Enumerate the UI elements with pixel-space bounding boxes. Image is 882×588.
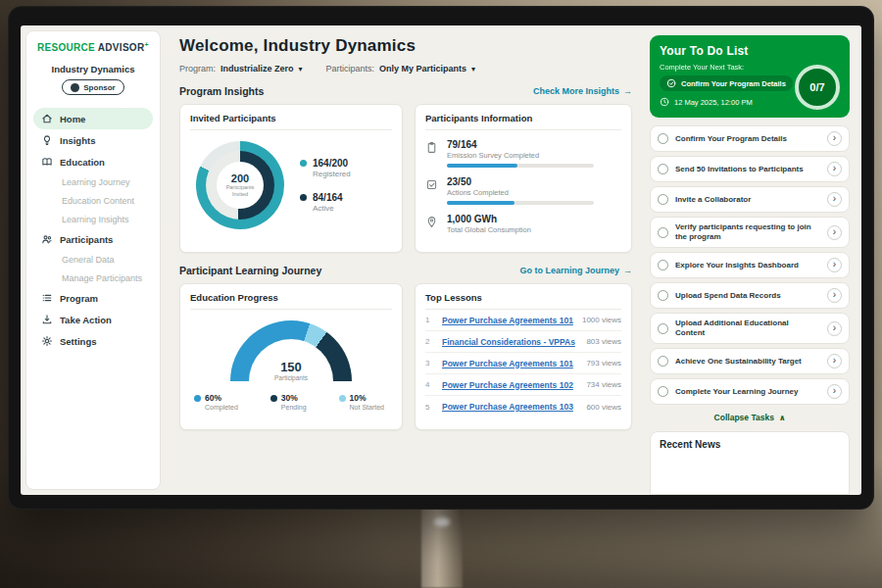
task-checkbox[interactable]	[658, 260, 668, 270]
sidebar-item-learning-journey[interactable]: Learning Journey	[33, 172, 153, 191]
recent-news-card: Recent News	[650, 431, 850, 495]
participants-select[interactable]: Participants: Only My Participants ▾	[326, 64, 476, 74]
education-progress-card: Education Progress 150 Participants 60%	[179, 283, 403, 430]
lightbulb-icon	[41, 134, 53, 146]
monitor-stand	[421, 504, 463, 588]
registered-value: 164/200	[313, 158, 351, 169]
chevron-right-icon[interactable]: ›	[827, 321, 842, 336]
sidebar-item-learning-insights[interactable]: Learning Insights	[33, 210, 153, 228]
chevron-right-icon[interactable]: ›	[827, 288, 842, 303]
lesson-link[interactable]: Power Purchase Agreements 101	[442, 316, 574, 325]
sponsor-badge[interactable]: Sponsor	[62, 79, 123, 95]
completed-value: 60%	[205, 393, 221, 403]
task-checkbox[interactable]	[658, 164, 668, 174]
completed-dot-icon	[194, 395, 201, 402]
invited-participants-body: 200 Participants Invited 164/200 Registe	[190, 130, 392, 229]
sidebar: RESOURCE ADVISOR+ Industry Dynamics Spon…	[25, 30, 161, 490]
donut-center: 200 Participants Invited	[217, 162, 264, 209]
task-invite-collaborator[interactable]: Invite a Collaborator ›	[650, 186, 850, 213]
gauge-value: 150	[230, 360, 352, 374]
task-checkbox[interactable]	[658, 323, 668, 334]
task-checkbox[interactable]	[658, 227, 668, 238]
sponsor-label: Sponsor	[83, 83, 115, 92]
sidebar-item-education[interactable]: Education	[33, 151, 153, 172]
logo-advisor: ADVISOR	[98, 42, 145, 53]
task-upload-spend-data[interactable]: Upload Spend Data Records ›	[650, 282, 850, 309]
task-complete-learning-journey[interactable]: Complete Your Learning Journey ›	[650, 378, 850, 405]
chevron-right-icon[interactable]: ›	[827, 225, 842, 240]
task-explore-insights[interactable]: Explore Your Insights Dashboard ›	[650, 252, 850, 278]
task-checkbox[interactable]	[658, 290, 668, 301]
org-name: Industry Dynamics	[33, 64, 153, 74]
sidebar-item-take-action[interactable]: Take Action	[33, 309, 153, 330]
program-select[interactable]: Program: Industrialize Zero ▾	[179, 64, 303, 74]
task-verify-participants[interactable]: Verify participants requesting to join t…	[650, 217, 850, 248]
program-insights-title: Program Insights	[179, 85, 264, 97]
sidebar-item-program[interactable]: Program	[33, 287, 153, 309]
chevron-right-icon[interactable]: ›	[827, 131, 842, 146]
collapse-tasks-label: Collapse Tasks	[714, 413, 774, 422]
task-achieve-sustainability-target[interactable]: Achieve One Sustainability Target ›	[650, 348, 850, 374]
sidebar-item-settings[interactable]: Settings	[33, 330, 153, 352]
chevron-right-icon[interactable]: ›	[827, 258, 842, 272]
check-more-insights-link[interactable]: Check More Insights →	[533, 86, 632, 96]
program-select-label: Program:	[179, 64, 216, 74]
sidebar-item-participants[interactable]: Participants	[33, 228, 153, 250]
invited-count: 200	[231, 172, 249, 184]
sidebar-item-manage-participants[interactable]: Manage Participants	[33, 269, 153, 287]
task-confirm-program-details[interactable]: Confirm Your Program Details ›	[650, 125, 850, 152]
sidebar-item-home[interactable]: Home	[33, 108, 153, 129]
sidebar-item-label: Insights	[60, 135, 95, 146]
lesson-link[interactable]: Financial Considerations - VPPAs	[442, 337, 578, 347]
next-task-pill[interactable]: Confirm Your Program Details	[660, 75, 793, 91]
active-dot-icon	[300, 194, 307, 201]
sidebar-nav: Home Insights Education Learning Journey	[33, 108, 153, 352]
lesson-views: 1000 views	[582, 316, 621, 324]
lesson-link[interactable]: Power Purchase Agreements 103	[442, 402, 578, 412]
program-insights-header: Program Insights Check More Insights →	[179, 85, 632, 97]
top-lessons-title: Top Lessons	[425, 292, 621, 310]
sidebar-item-general-data[interactable]: General Data	[33, 250, 153, 269]
task-list: Confirm Your Program Details › Send 50 I…	[650, 125, 850, 405]
stand-light	[434, 517, 450, 526]
consumption-label: Total Global Consumption	[447, 225, 531, 234]
actions-completed-progressbar	[447, 201, 594, 205]
chevron-right-icon[interactable]: ›	[827, 354, 842, 368]
sidebar-item-education-content[interactable]: Education Content	[33, 191, 153, 210]
not-started-value: 10%	[350, 393, 367, 403]
go-to-learning-journey-link[interactable]: Go to Learning Journey →	[519, 266, 632, 275]
task-checkbox[interactable]	[658, 133, 668, 144]
sidebar-item-label: Education	[60, 157, 105, 168]
task-upload-educational-content[interactable]: Upload Additional Educational Content ›	[650, 313, 850, 344]
chevron-right-icon[interactable]: ›	[827, 192, 842, 207]
task-checkbox[interactable]	[658, 194, 668, 205]
todo-list-card: Your To Do List Complete Your Next Task:…	[650, 35, 850, 118]
chevron-right-icon[interactable]: ›	[827, 162, 842, 176]
lesson-link[interactable]: Power Purchase Agreements 101	[442, 359, 578, 368]
todo-list-title: Your To Do List	[660, 44, 840, 58]
collapse-tasks-link[interactable]: Collapse Tasks ∧	[650, 413, 850, 422]
lesson-views: 793 views	[586, 359, 621, 368]
legend-pending: 30% Pending	[270, 393, 307, 411]
top-lessons-card: Top Lessons 1 Power Purchase Agreements …	[415, 283, 632, 430]
invited-donut-chart: 200 Participants Invited	[196, 141, 284, 229]
sidebar-item-label: Take Action	[60, 315, 112, 325]
legend-not-started: 10% Not Started	[339, 393, 384, 411]
task-checkbox[interactable]	[658, 386, 668, 397]
lesson-row: 3 Power Purchase Agreements 101 793 view…	[425, 353, 621, 374]
app-logo: RESOURCE ADVISOR+	[33, 41, 153, 53]
lesson-link[interactable]: Power Purchase Agreements 102	[442, 380, 578, 390]
actions-completed-label: Actions Completed	[447, 188, 594, 197]
lesson-row: 2 Financial Considerations - VPPAs 803 v…	[425, 331, 621, 353]
consumption-row: 1,000 GWh Total Global Consumption	[425, 214, 621, 234]
education-progress-title: Education Progress	[190, 292, 392, 310]
sidebar-item-insights[interactable]: Insights	[33, 129, 153, 151]
lesson-views: 734 views	[586, 380, 621, 389]
lesson-rank: 1	[425, 316, 434, 324]
task-checkbox[interactable]	[658, 356, 668, 367]
chevron-right-icon[interactable]: ›	[827, 384, 842, 399]
task-send-invitations[interactable]: Send 50 Invitations to Participants ›	[650, 156, 850, 182]
dashboard-app: RESOURCE ADVISOR+ Industry Dynamics Spon…	[21, 25, 861, 495]
legend-completed: 60% Completed	[194, 393, 238, 411]
invited-legend: 164/200 Registered 84/164 Active	[300, 158, 351, 213]
